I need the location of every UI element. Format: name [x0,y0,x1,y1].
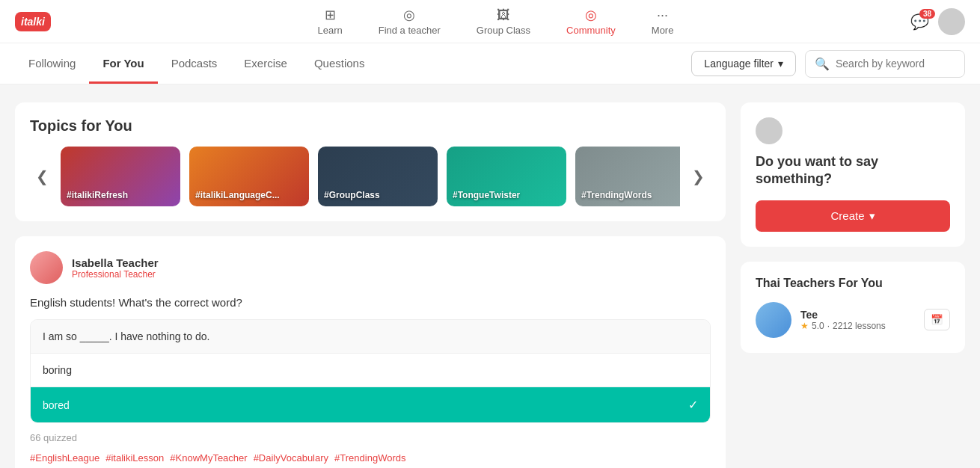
quiz-prompt: I am so _____. I have nothing to do. [31,320,710,354]
tag-3[interactable]: #DailyVocabulary [254,452,328,464]
topic-card-1[interactable]: #italikiLanguageC... [189,147,309,206]
carousel-prev-button[interactable]: ❮ [30,164,55,188]
more-icon: ··· [657,7,668,23]
sub-nav-items: Following For You Podcasts Exercise Ques… [15,45,691,83]
topic-label-2: #GroupClass [324,190,380,200]
star-icon: ★ [800,321,809,331]
quiz-count: 66 quizzed [30,432,711,443]
learn-icon: ⊞ [325,7,336,23]
tag-2[interactable]: #KnowMyTeacher [170,452,247,464]
sub-nav-following[interactable]: Following [15,45,89,84]
post-header: Isabella Teacher Professional Teacher [30,251,711,284]
cta-user-avatar [756,117,783,144]
nav-item-find-teacher[interactable]: ◎ Find a teacher [361,1,459,42]
topic-card-3[interactable]: #TongueTwister [447,147,566,206]
topic-label-4: #TrendingWords [581,190,652,200]
teacher-info-0: Tee ★ 5.0 · 2212 lessons [800,309,886,331]
nav-label-find-teacher: Find a teacher [379,25,441,36]
cta-card: Do you want to say something? Create ▾ [741,102,965,247]
topic-label-3: #TongueTwister [453,190,520,200]
teacher-lessons: 2212 lessons [833,321,886,331]
teacher-name-0: Tee [800,309,886,321]
tag-4[interactable]: #TrendingWords [334,452,405,464]
chevron-down-icon: ▾ [778,58,783,70]
topics-section: Topics for You ❮ #italikiRefresh #italik… [15,102,726,221]
nav-label-more: More [652,25,674,36]
topic-label-0: #italikiRefresh [67,190,128,200]
topic-label-1: #italikiLanguageC... [195,190,280,200]
sub-nav-right: Language filter ▾ 🔍 [691,50,965,78]
nav-item-learn[interactable]: ⊞ Learn [299,1,360,42]
search-box: 🔍 [805,50,965,78]
notification-badge: 38 [919,9,935,19]
calendar-icon: 📅 [931,314,943,325]
teachers-card: Thai Teachers For You Tee ★ 5.0 · 2212 l… [741,262,965,353]
create-button[interactable]: Create ▾ [756,200,950,232]
post-tags: #EnglishLeague #italikiLesson #KnowMyTea… [30,452,711,464]
nav-right: 💬 38 [910,8,965,35]
nav-item-group-class[interactable]: 🖼 Group Class [459,1,548,42]
user-avatar-button[interactable] [938,8,965,35]
group-class-icon: 🖼 [497,7,510,23]
teacher-rating: 5.0 [812,321,824,331]
quiz-option-bored-label: bored [43,399,70,411]
nav-label-learn: Learn [317,25,342,36]
topic-card-2[interactable]: #GroupClass [318,147,438,206]
teacher-meta-0: ★ 5.0 · 2212 lessons [800,321,886,331]
topics-carousel: ❮ #italikiRefresh #italikiLanguageC... #… [30,147,711,206]
language-filter-button[interactable]: Language filter ▾ [691,51,796,76]
tag-1[interactable]: #italikiLesson [105,452,164,464]
avatar-image [30,251,63,284]
create-chevron-icon: ▾ [869,209,875,223]
cta-text: Do you want to say something? [756,153,950,188]
logo-text: italki [15,12,51,31]
sub-nav-for-you[interactable]: For You [89,45,157,84]
quiz-option-boring[interactable]: boring [31,354,710,387]
topics-title: Topics for You [30,117,711,135]
topics-list: #italikiRefresh #italikiLanguageC... #Gr… [61,147,680,206]
sub-nav: Following For You Podcasts Exercise Ques… [0,43,980,84]
nav-label-community: Community [566,25,616,36]
check-icon: ✓ [688,398,698,412]
top-nav: italki ⊞ Learn ◎ Find a teacher 🖼 Group … [0,0,980,43]
teacher-item-0: Tee ★ 5.0 · 2212 lessons 📅 [756,302,950,338]
teacher-avatar-0 [756,302,791,338]
post-question: English students! What's the correct wor… [30,296,711,309]
main-nav: ⊞ Learn ◎ Find a teacher 🖼 Group Class ◎… [81,1,910,42]
post-author-info: Isabella Teacher Professional Teacher [72,256,159,280]
post-card: Isabella Teacher Professional Teacher En… [15,236,726,468]
create-label: Create [830,209,864,222]
topic-card-4[interactable]: #TrendingWords [575,147,680,206]
search-icon: 🔍 [815,57,830,71]
search-input[interactable] [836,58,955,70]
sub-nav-podcasts[interactable]: Podcasts [158,45,231,84]
post-author-role: Professional Teacher [72,269,159,280]
topic-card-0[interactable]: #italikiRefresh [61,147,180,206]
post-author-name: Isabella Teacher [72,256,159,269]
main-content: Topics for You ❮ #italikiRefresh #italik… [0,84,980,468]
nav-item-community[interactable]: ◎ Community [548,1,634,42]
teachers-title: Thai Teachers For You [756,277,950,290]
nav-item-more[interactable]: ··· More [634,1,692,42]
quiz-box: I am so _____. I have nothing to do. bor… [30,319,711,423]
language-filter-label: Language filter [704,58,774,70]
left-panel: Topics for You ❮ #italikiRefresh #italik… [15,102,726,468]
nav-label-group-class: Group Class [477,25,530,36]
tag-0[interactable]: #EnglishLeague [30,452,99,464]
teacher-calendar-button[interactable]: 📅 [924,309,950,330]
find-teacher-icon: ◎ [403,7,415,23]
notification-button[interactable]: 💬 38 [910,13,929,31]
right-panel: Do you want to say something? Create ▾ T… [741,102,965,468]
teacher-dot: · [827,321,830,331]
post-author-avatar [30,251,63,284]
carousel-next-button[interactable]: ❯ [686,164,711,188]
quiz-option-bored[interactable]: bored ✓ [31,387,710,422]
sub-nav-questions[interactable]: Questions [301,45,379,84]
logo[interactable]: italki [15,12,51,31]
community-icon: ◎ [585,7,597,23]
sub-nav-exercise[interactable]: Exercise [230,45,301,84]
